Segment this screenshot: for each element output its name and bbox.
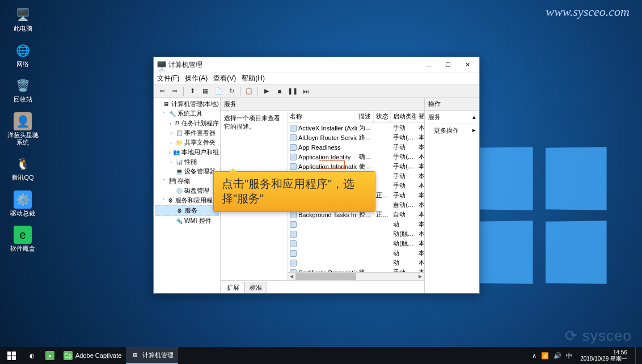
restart-button[interactable]: ⏭ <box>300 86 311 97</box>
tree-icon: 👥 <box>173 149 180 156</box>
nav-tree: 🖥计算机管理(本地)˅🔧系统工具›⏱任务计划程序›📋事件查看器›📁共享文件夹›👥… <box>154 98 221 293</box>
tree-node[interactable]: ˅💾存储 <box>155 176 219 186</box>
service-row[interactable]: 动(触发…本 <box>288 229 424 239</box>
window-title: 计算机管理 <box>168 60 419 70</box>
menu-item[interactable]: 操作(A) <box>185 74 208 83</box>
h-scrollbar[interactable]: ◀▶ <box>288 272 424 280</box>
desktop-icon[interactable]: 🐧腾讯QQ <box>6 155 40 181</box>
desktop-icon-label: 软件魔盒 <box>10 245 35 252</box>
tree-icon: 🔩 <box>175 217 183 225</box>
service-row[interactable]: 动本 <box>288 258 424 268</box>
titlebar[interactable]: 🖥️ 计算机管理 — ☐ ✕ <box>154 57 479 73</box>
taskbar-clock[interactable]: 14:56 2018/10/29 星期一 <box>577 349 631 362</box>
refresh-button[interactable]: ↻ <box>226 86 237 97</box>
forward-button[interactable]: ⇨ <box>169 86 180 97</box>
gear-icon <box>290 163 297 170</box>
taskbar-item[interactable]: 🖥计算机管理 <box>126 347 178 364</box>
tree-label: 共享文件夹 <box>184 138 216 147</box>
up-button[interactable]: ⬆ <box>187 86 198 97</box>
gear-icon <box>290 221 297 228</box>
tree-node[interactable]: ⚙服务 <box>155 205 219 216</box>
tree-icon: ⚙ <box>167 197 174 204</box>
desktop-icon-glyph: 🖥️ <box>14 6 32 24</box>
tray-icon[interactable]: ∧ <box>532 352 537 359</box>
system-tray[interactable]: ∧📶🔊中 <box>532 352 572 360</box>
service-row[interactable]: Certificate Propagation将用…手动本 <box>288 268 424 272</box>
tab-extended[interactable]: 扩展 <box>222 282 244 293</box>
show-desktop-button[interactable] <box>635 347 637 364</box>
tree-label: 任务计划程序 <box>181 119 219 128</box>
menu-item[interactable]: 查看(V) <box>213 74 236 83</box>
desktop-icon-glyph: 🐧 <box>14 155 32 173</box>
desktop-icon[interactable]: ⚙️驱动总裁 <box>6 191 40 217</box>
actions-section[interactable]: 服务▴ <box>425 111 479 124</box>
start-button[interactable] <box>0 347 23 364</box>
export-button[interactable]: 📋 <box>243 86 255 97</box>
actions-more[interactable]: 更多操作▸ <box>425 124 479 137</box>
tree-label: 存储 <box>178 177 190 185</box>
service-row[interactable]: Application Identity确定…手动(触发…本 <box>288 152 424 162</box>
close-button[interactable]: ✕ <box>458 58 477 72</box>
desktop-icon-label: 洋葱头星驰系统 <box>6 132 40 146</box>
column-header[interactable]: 登 <box>416 111 424 122</box>
gear-icon <box>290 250 297 257</box>
tray-icon[interactable]: 📶 <box>541 352 549 359</box>
tree-node[interactable]: ˅⚙服务和应用程序 <box>155 196 219 205</box>
tree-node[interactable]: ›⏱任务计划程序 <box>155 118 219 128</box>
tree-node[interactable]: 💻设备管理器 <box>155 167 219 176</box>
tree-label: 本地用户和组 <box>181 148 219 156</box>
tree-node[interactable]: ›📊性能 <box>155 157 219 167</box>
tree-icon: 📋 <box>175 129 183 137</box>
maximize-button[interactable]: ☐ <box>438 58 458 72</box>
desktop-icon-glyph: 🌐 <box>14 41 32 60</box>
desktop-icon[interactable]: e软件魔盒 <box>6 226 40 252</box>
column-header[interactable]: 描述 <box>356 111 373 122</box>
desktop-icon[interactable]: 🗑️回收站 <box>6 77 40 103</box>
tree-node[interactable]: ›👥本地用户和组 <box>155 147 219 157</box>
taskbar-item[interactable]: ◐ <box>23 347 41 364</box>
show-hide-button[interactable]: ▦ <box>200 86 211 97</box>
tree-node[interactable]: ›📁共享文件夹 <box>155 138 219 147</box>
taskbar-item-icon: 🖥 <box>130 350 140 359</box>
gear-icon <box>290 125 297 132</box>
properties-button[interactable]: 📄 <box>213 86 224 97</box>
menu-item[interactable]: 帮助(H) <box>242 74 265 83</box>
desktop-icon[interactable]: 🖥️此电脑 <box>6 6 40 32</box>
taskbar-item[interactable]: CpAdobe Captivate <box>59 347 126 364</box>
tray-icon[interactable]: 🔊 <box>554 352 561 359</box>
column-header[interactable]: 启动类型 <box>391 111 416 122</box>
taskbar: ◐●CpAdobe Captivate🖥计算机管理 ∧📶🔊中 14:56 201… <box>0 347 642 364</box>
desktop-icon-label: 网络 <box>16 61 29 68</box>
desktop-icon[interactable]: 👤洋葱头星驰系统 <box>6 112 40 146</box>
tree-icon: 💾 <box>168 177 176 185</box>
service-row[interactable]: App Readiness手动本 <box>288 142 424 152</box>
menu-item[interactable]: 文件(F) <box>157 74 179 83</box>
tree-label: 事件查看器 <box>184 129 216 137</box>
minimize-button[interactable]: — <box>419 58 438 72</box>
column-header[interactable]: 名称 <box>288 111 356 122</box>
watermark-url: www.sysceo.com <box>546 5 630 19</box>
service-row[interactable]: 动(触发…本 <box>288 239 424 248</box>
back-button[interactable]: ⇦ <box>156 86 167 97</box>
tree-node[interactable]: ›📋事件查看器 <box>155 128 219 138</box>
taskbar-item[interactable]: ● <box>41 347 59 364</box>
tree-node[interactable]: 🔩WMI 控件 <box>155 216 219 226</box>
service-row[interactable]: ActiveX Installer (AxInstSV)为从…手动本 <box>288 123 424 133</box>
taskbar-item-icon: Cp <box>64 351 73 360</box>
column-header[interactable]: 状态 <box>374 111 391 122</box>
play-button[interactable]: ▶ <box>261 86 272 97</box>
tree-node[interactable]: 💿磁盘管理 <box>155 186 219 196</box>
tree-node[interactable]: 🖥计算机管理(本地) <box>155 99 219 109</box>
tab-standard[interactable]: 标准 <box>244 282 267 293</box>
pause-button[interactable]: ❚❚ <box>287 86 298 97</box>
tree-label: WMI 控件 <box>184 217 212 225</box>
stop-button[interactable]: ■ <box>274 86 285 97</box>
service-row[interactable]: AllJoyn Router Service路由…手动(触发…本 <box>288 133 424 142</box>
tree-node[interactable]: ˅🔧系统工具 <box>155 109 219 118</box>
watermark-brand: ⟳ sysceo <box>565 327 632 345</box>
desktop-icon[interactable]: 🌐网络 <box>6 41 40 68</box>
service-row[interactable]: Application Information使用…手动(触发…本 <box>288 162 424 171</box>
service-row[interactable]: 动本 <box>288 219 424 229</box>
service-row[interactable]: 动本 <box>288 248 424 258</box>
tray-icon[interactable]: 中 <box>566 352 572 360</box>
